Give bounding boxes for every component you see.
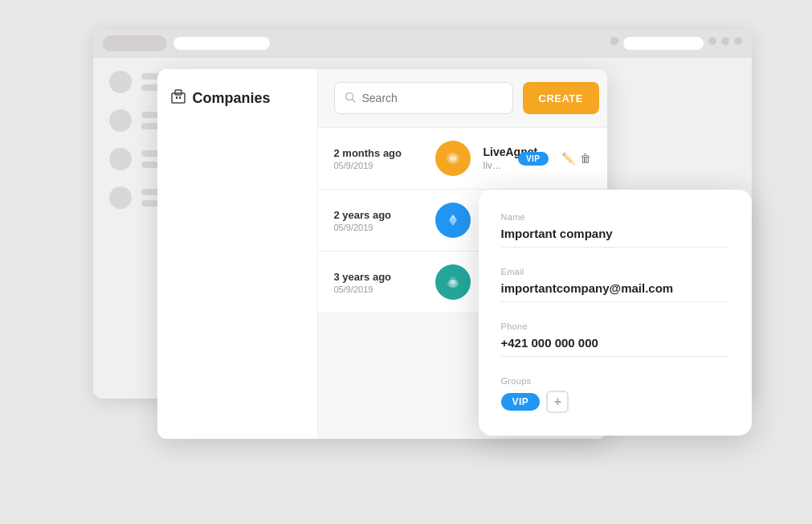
svg-rect-3: [179, 96, 181, 99]
vip-tag[interactable]: VIP: [501, 393, 541, 411]
groups-label: Groups: [501, 376, 729, 386]
ago-3: 3 years ago: [334, 271, 422, 283]
dot-2: [708, 37, 716, 45]
date-3: 05/9/2019: [334, 285, 422, 294]
svg-line-5: [352, 99, 355, 102]
company-time-3: 3 years ago 05/9/2019: [334, 271, 422, 294]
svg-rect-1: [175, 90, 182, 95]
ago-2: 2 years ago: [334, 209, 422, 221]
sidebar-title: Companies: [170, 88, 304, 108]
detail-groups-field: Groups VIP +: [501, 376, 729, 413]
date-1: 05/9/2019: [334, 161, 422, 170]
company-info-1: LiveAgnet liveagent@email.com: [484, 145, 505, 171]
detail-phone-field: Phone +421 000 000 000: [501, 321, 729, 357]
detail-name-field: Name Important company: [501, 212, 729, 248]
search-box[interactable]: [334, 82, 513, 114]
toolbar: CREATE: [318, 69, 607, 128]
address-bar: [173, 37, 270, 50]
groups-row: VIP +: [501, 391, 729, 413]
detail-panel: Name Important company Email importantco…: [479, 190, 752, 436]
detail-email-field: Email importantcompany@mail.com: [501, 267, 729, 302]
avatar-qualityunit: [435, 264, 471, 300]
delete-icon[interactable]: 🗑: [580, 152, 591, 165]
svg-point-13: [451, 280, 455, 285]
company-time-1: 2 months ago 05/9/2019: [334, 147, 422, 170]
name-value: Important company: [501, 227, 729, 248]
email-label: Email: [501, 267, 729, 276]
search-icon: [345, 92, 356, 105]
phone-value: +421 000 000 000: [501, 336, 729, 357]
company-row-liveagnet[interactable]: 2 months ago 05/9/2019 LiveAgnet l: [318, 128, 607, 190]
company-name-1: LiveAgnet: [484, 145, 505, 158]
phone-label: Phone: [501, 321, 729, 331]
name-label: Name: [501, 212, 729, 222]
create-button[interactable]: CREATE: [523, 82, 599, 114]
tab-bar: [93, 29, 752, 58]
dot-3: [721, 37, 729, 45]
svg-rect-2: [176, 96, 177, 99]
company-time-2: 2 years ago 05/9/2019: [334, 209, 422, 232]
dot-4: [734, 37, 742, 45]
vip-badge-1: VIP: [518, 152, 549, 166]
companies-label: Companies: [193, 90, 271, 107]
date-2: 05/9/2019: [334, 223, 422, 232]
edit-icon[interactable]: ✏️: [561, 152, 575, 165]
avatar-liveagnet: [435, 141, 471, 176]
search-input[interactable]: [362, 92, 503, 104]
address-dots: [610, 37, 742, 50]
row-actions-1: ✏️ 🗑: [561, 152, 591, 165]
tab-pill: [103, 35, 167, 51]
companies-icon: [170, 88, 186, 108]
dot-1: [610, 37, 618, 45]
sidebar: Companies: [157, 69, 318, 439]
address-bar-2: [623, 37, 704, 50]
company-email-1: liveagent@email.com: [484, 160, 505, 171]
ago-1: 2 months ago: [334, 147, 422, 159]
avatar-postaffiliate: [435, 203, 471, 238]
add-group-button[interactable]: +: [546, 391, 569, 413]
email-value: importantcompany@mail.com: [501, 281, 729, 302]
